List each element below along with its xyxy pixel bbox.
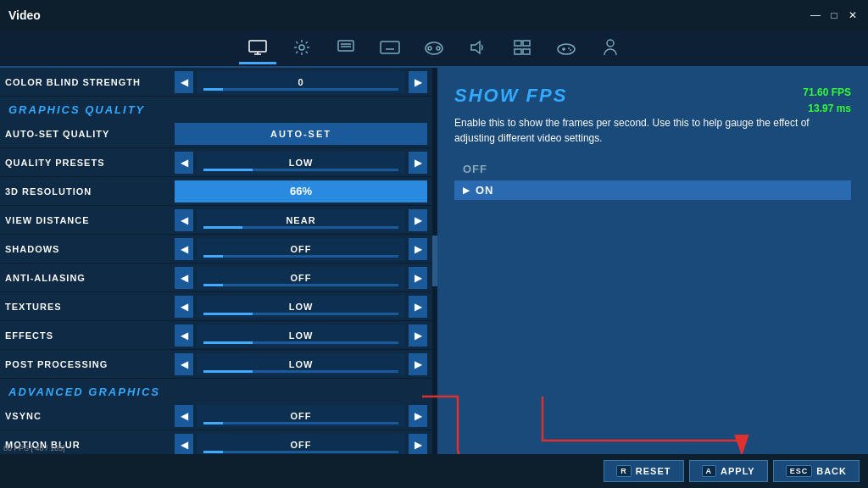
- nav-controller[interactable]: [548, 32, 585, 64]
- motion-blur-right-arrow[interactable]: ▶: [409, 434, 427, 456]
- apply-key: A: [702, 465, 717, 477]
- quality-presets-left-arrow[interactable]: ◀: [175, 152, 193, 174]
- quality-presets-right-arrow[interactable]: ▶: [409, 152, 427, 174]
- view-distance-label: VIEW DISTANCE: [5, 215, 175, 225]
- nav-network[interactable]: [504, 32, 541, 64]
- svg-point-3: [299, 45, 304, 50]
- vsync-left-arrow[interactable]: ◀: [175, 405, 193, 427]
- auto-set-button[interactable]: AUTO-SET: [175, 123, 427, 145]
- svg-point-24: [568, 47, 570, 49]
- detail-title: SHOW FPS: [454, 85, 851, 107]
- textures-control: ◀ LOW ▶: [175, 296, 427, 318]
- view-distance-right-arrow[interactable]: ▶: [409, 209, 427, 231]
- post-processing-value: LOW: [197, 353, 405, 375]
- anti-aliasing-control: ◀ OFF ▶: [175, 267, 427, 289]
- vsync-row: VSYNC ◀ OFF ▶: [0, 402, 432, 430]
- window-title: Video: [8, 8, 41, 22]
- option-off[interactable]: OFF: [454, 159, 851, 179]
- nav-display-menu[interactable]: [327, 32, 364, 64]
- maximize-button[interactable]: □: [827, 9, 841, 21]
- graphics-quality-header: GRAPHICS QUALITY: [0, 97, 432, 119]
- vsync-label: VSYNC: [5, 411, 175, 421]
- advanced-graphics-header: ADVANCED GRAPHICS: [0, 379, 432, 402]
- quality-presets-control: ◀ LOW ▶: [175, 152, 427, 174]
- svg-marker-16: [471, 42, 480, 53]
- motion-blur-control: ◀ OFF ▶: [175, 434, 427, 456]
- minimize-button[interactable]: —: [809, 9, 822, 21]
- bottom-bar: R RESET A APPLY ESC BACK: [0, 454, 868, 488]
- nav-keyboard[interactable]: [371, 32, 409, 64]
- effects-value: LOW: [197, 324, 405, 347]
- nav-gear[interactable]: [283, 32, 320, 64]
- reset-button[interactable]: R RESET: [604, 460, 683, 482]
- anti-aliasing-left-arrow[interactable]: ◀: [175, 267, 193, 289]
- svg-point-15: [437, 47, 440, 50]
- title-bar-left: Video: [8, 8, 41, 22]
- debug-text: 80 FPS [ 48 / 165]: [3, 444, 65, 452]
- svg-point-21: [558, 44, 575, 54]
- view-distance-row: VIEW DISTANCE ◀ NEAR ▶: [0, 206, 432, 235]
- resolution-3d-label: 3D RESOLUTION: [5, 186, 175, 197]
- detail-description: Enable this to show the frames per secon…: [454, 115, 851, 146]
- effects-label: EFFECTS: [5, 330, 175, 341]
- color-blind-control: ◀ 0 ▶: [175, 71, 427, 93]
- option-on[interactable]: ON: [454, 180, 851, 200]
- textures-left-arrow[interactable]: ◀: [175, 296, 193, 318]
- vsync-control: ◀ OFF ▶: [175, 405, 427, 427]
- color-blind-left-arrow[interactable]: ◀: [175, 71, 193, 93]
- svg-rect-20: [523, 49, 530, 54]
- back-button[interactable]: ESC BACK: [773, 460, 860, 482]
- svg-rect-17: [515, 41, 521, 46]
- right-panel: SHOW FPS Enable this to show the frames …: [437, 68, 868, 488]
- nav-gamepad-left[interactable]: [415, 32, 453, 64]
- anti-aliasing-right-arrow[interactable]: ▶: [409, 267, 427, 289]
- nav-person[interactable]: [592, 32, 629, 64]
- shadows-control: ◀ OFF ▶: [175, 238, 427, 260]
- reset-label: RESET: [636, 466, 671, 476]
- view-distance-left-arrow[interactable]: ◀: [175, 209, 193, 231]
- color-blind-value: 0: [197, 71, 405, 93]
- effects-left-arrow[interactable]: ◀: [175, 324, 193, 347]
- view-distance-control: ◀ NEAR ▶: [175, 209, 427, 231]
- window-controls[interactable]: — □ ✕: [809, 9, 860, 21]
- shadows-left-arrow[interactable]: ◀: [175, 238, 193, 260]
- resolution-3d-row: 3D RESOLUTION 66%: [0, 177, 432, 206]
- effects-right-arrow[interactable]: ▶: [409, 324, 427, 347]
- shadows-row: SHADOWS ◀ OFF ▶: [0, 235, 432, 263]
- quality-presets-row: quality PRESETS ◀ LOW ▶: [0, 148, 432, 177]
- nav-speaker[interactable]: [459, 32, 497, 64]
- textures-label: TEXTURES: [5, 302, 175, 312]
- close-button[interactable]: ✕: [846, 9, 860, 21]
- post-processing-row: POST PROCESSING ◀ LOW ▶: [0, 350, 432, 379]
- shadows-right-arrow[interactable]: ▶: [409, 238, 427, 260]
- svg-point-14: [428, 47, 431, 50]
- apply-button[interactable]: A APPLY: [689, 460, 768, 482]
- svg-rect-19: [515, 49, 521, 54]
- effects-control: ◀ LOW ▶: [175, 324, 427, 347]
- color-blind-right-arrow[interactable]: ▶: [409, 71, 427, 93]
- motion-blur-value: OFF: [197, 434, 405, 456]
- shadows-value: OFF: [197, 238, 405, 260]
- main-area: COLOR BLIND STRENGTH ◀ 0 ▶ GRAPHICS QUAL…: [0, 68, 868, 488]
- back-key: ESC: [786, 465, 813, 477]
- auto-set-control: AUTO-SET: [175, 123, 427, 145]
- anti-aliasing-label: ANTI-ALIASING: [5, 273, 175, 283]
- motion-blur-left-arrow[interactable]: ◀: [175, 434, 193, 456]
- auto-set-label: AUTO-SET QUALITY: [5, 129, 175, 139]
- svg-point-26: [607, 40, 614, 47]
- resolution-3d-value[interactable]: 66%: [175, 180, 427, 202]
- anti-aliasing-row: ANTI-ALIASING ◀ OFF ▶: [0, 263, 432, 292]
- nav-monitor[interactable]: [239, 32, 276, 64]
- post-processing-left-arrow[interactable]: ◀: [175, 353, 193, 375]
- post-processing-right-arrow[interactable]: ▶: [409, 353, 427, 375]
- svg-rect-0: [249, 41, 266, 52]
- option-list: OFF ON: [454, 159, 851, 200]
- post-processing-control: ◀ LOW ▶: [175, 353, 427, 375]
- color-blind-strength-row: COLOR BLIND STRENGTH ◀ 0 ▶: [0, 68, 432, 97]
- vsync-right-arrow[interactable]: ▶: [409, 405, 427, 427]
- svg-point-25: [570, 49, 571, 51]
- textures-right-arrow[interactable]: ▶: [409, 296, 427, 318]
- left-panel: COLOR BLIND STRENGTH ◀ 0 ▶ GRAPHICS QUAL…: [0, 68, 432, 488]
- reset-key: R: [616, 465, 632, 477]
- textures-value: LOW: [197, 296, 405, 318]
